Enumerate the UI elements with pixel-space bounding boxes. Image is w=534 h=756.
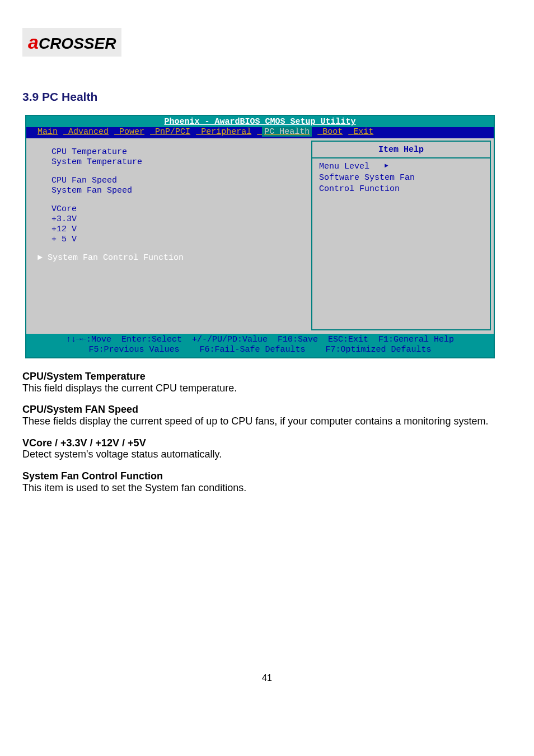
help-title: Item Help	[319, 145, 483, 155]
spacer	[51, 263, 306, 325]
bios-body: CPU Temperature System Temperature CPU F…	[26, 138, 494, 334]
triangle-icon: ►	[385, 162, 388, 169]
f1-text: This field displays the current CPU temp…	[22, 382, 237, 394]
f4-title: System Fan Control Function	[22, 470, 163, 482]
help-menu-level: Menu Level ►	[319, 162, 483, 172]
row-5v: + 5 V	[51, 235, 306, 245]
field-1: CPU/System TemperatureThis field display…	[22, 371, 512, 394]
menu-main: Main	[38, 127, 58, 137]
row-3v: +3.3V	[51, 214, 306, 225]
menu-peripheral: Peripheral	[201, 127, 251, 137]
f4-text: This item is used to set the System fan …	[22, 482, 246, 493]
row-cpu-temp: CPU Temperature	[51, 147, 306, 157]
row-12v: +12 V	[51, 225, 306, 235]
field-4: System Fan Control FunctionThis item is …	[22, 470, 512, 493]
menu-advanced: Advanced	[68, 127, 109, 137]
blank	[51, 167, 306, 176]
row-submenu: ► System Fan Control Function	[38, 253, 306, 263]
logo-text: aCROSSER	[28, 35, 116, 52]
logo: aCROSSER	[22, 28, 121, 57]
f2-title: CPU/System FAN Speed	[22, 404, 138, 415]
menu-pnp: PnP/PCI	[155, 127, 190, 137]
f3-text: Detect system's voltage status automatic…	[22, 449, 222, 460]
bios-screenshot: Phoenix - AwardBIOS CMOS Setup Utility M…	[25, 115, 495, 358]
f2-text: These fields display the current speed o…	[22, 416, 488, 427]
row-cpu-fan: CPU Fan Speed	[51, 176, 306, 186]
bios-menu: Main Advanced Power PnP/PCI Peripheral P…	[26, 127, 494, 138]
blank	[51, 245, 306, 253]
bios-title: Phoenix - AwardBIOS CMOS Setup Utility	[26, 116, 494, 127]
menu-boot: Boot	[322, 127, 343, 137]
doc-body: CPU/System TemperatureThis field display…	[22, 371, 512, 494]
help-desc1: Software System Fan	[319, 173, 483, 183]
f3-title: VCore / +3.3V / +12V / +5V	[22, 437, 146, 449]
bios-left-panel: CPU Temperature System Temperature CPU F…	[29, 141, 311, 330]
section-title: 3.9 PC Health	[22, 90, 512, 104]
help-desc2: Control Function	[319, 184, 483, 194]
row-sys-fan: System Fan Speed	[51, 186, 306, 196]
blank	[51, 196, 306, 204]
field-2: CPU/System FAN SpeedThese fields display…	[22, 404, 512, 427]
footer-line1: ↑↓→←:Move Enter:Select +/-/PU/PD:Value F…	[33, 335, 487, 345]
menu-exit: Exit	[353, 127, 373, 137]
page-number: 41	[22, 673, 512, 683]
row-sys-temp: System Temperature	[51, 157, 306, 167]
row-vcore: VCore	[51, 204, 306, 214]
bios-right-panel: Item Help Menu Level ► Software System F…	[311, 141, 491, 330]
f1-title: CPU/System Temperature	[22, 371, 146, 382]
divider	[312, 157, 490, 158]
menu-pc-health: PC Health	[262, 127, 312, 137]
bios-footer: ↑↓→←:Move Enter:Select +/-/PU/PD:Value F…	[26, 334, 494, 357]
footer-line2: F5:Previous Values F6:Fail-Safe Defaults…	[33, 345, 487, 355]
menu-power: Power	[119, 127, 144, 137]
field-3: VCore / +3.3V / +12V / +5VDetect system'…	[22, 437, 512, 460]
